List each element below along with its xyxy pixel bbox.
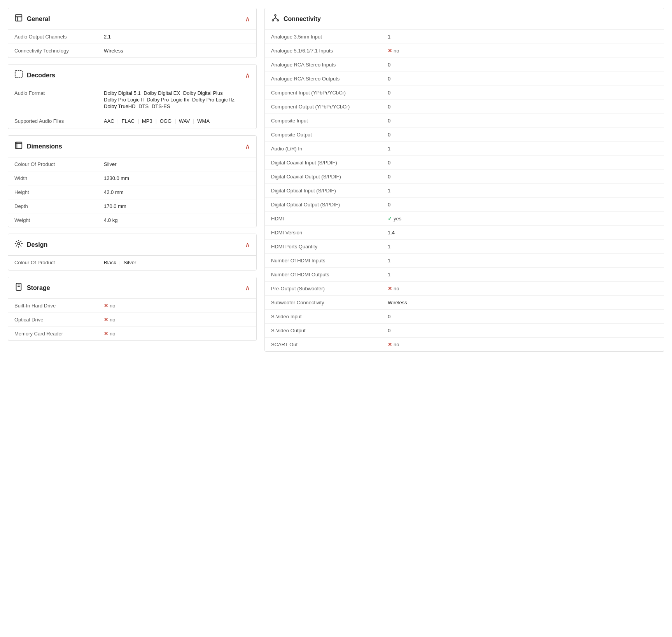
tag: Dolby TrueHD [104,103,136,109]
conn-row: S-Video Output 0 [265,324,664,338]
conn-label: HDMI Ports Quantity [271,244,388,250]
spec-value: 0 [388,104,390,110]
conn-row: S-Video Input 0 [265,310,664,324]
spec-value: 1 [388,34,390,40]
cross-icon: ✕ [388,286,392,291]
spec-value-cross: ✕no [104,331,115,337]
conn-value: ✕no [388,342,658,347]
separator: | [193,118,194,124]
conn-value: 1 [388,146,658,152]
spec-label: Weight [14,217,104,223]
svg-rect-0 [16,15,22,21]
separator: | [138,118,139,124]
pipe-item: WAV [179,118,190,124]
pipe-item: MP3 [142,118,152,124]
spec-value-cell: Dolby Digital 5.1 Dolby Digital EX Dolby… [104,90,250,110]
check-icon: ✓ [388,216,392,222]
conn-row: Digital Optical Input (S/PDIF) 1 [265,184,664,198]
storage-icon [14,283,23,293]
spec-value-cross: ✕no [388,342,399,347]
conn-label: S-Video Input [271,314,388,319]
collapse-button-design[interactable]: ∧ [245,241,250,249]
svg-point-9 [275,15,276,16]
conn-value: 0 [388,174,658,180]
spec-row: Optical Drive ✕no [8,313,256,327]
section-header-left: Storage [14,283,50,293]
tag: Dolby Digital Plus [183,90,223,96]
spec-value: 0 [388,174,390,180]
spec-value: 0 [388,132,390,138]
conn-label: Analogue 5.1/6.1/7.1 Inputs [271,48,388,54]
conn-value: 0 [388,132,658,138]
conn-value: 0 [388,118,658,124]
section-title-storage: Storage [27,284,50,291]
section-title-design: Design [27,241,47,248]
spec-row: Colour Of Product Silver [8,157,256,171]
section-dimensions: Dimensions ∧ Colour Of Product Silver Wi… [8,135,257,227]
conn-row: Digital Coaxial Input (S/PDIF) 0 [265,156,664,170]
conn-row: Component Output (YPbPr/YCbCr) 0 [265,100,664,114]
conn-label: Analogue RCA Stereo Outputs [271,76,388,82]
conn-row: Analogue 5.1/6.1/7.1 Inputs ✕no [265,44,664,58]
left-column: General ∧ Audio Output Channels 2.1 Conn… [8,8,257,352]
spec-row: Connectivity Technology Wireless [8,44,256,58]
conn-label: Analogue 3.5mm Input [271,34,388,40]
conn-label: Pre-Output (Subwoofer) [271,286,388,291]
conn-row: Pre-Output (Subwoofer) ✕no [265,282,664,296]
spec-value: 0 [388,314,390,319]
spec-row: Audio Format Dolby Digital 5.1 Dolby Dig… [8,86,256,114]
spec-value-cross: ✕no [104,303,115,309]
cross-icon: ✕ [388,48,392,54]
spec-value: 0 [388,62,390,68]
section-header-general: General ∧ [8,8,256,30]
conn-value: ✕no [388,286,658,291]
spec-value: Wireless [104,48,123,54]
svg-line-13 [273,18,275,20]
pipe-item: FLAC [122,118,135,124]
spec-value: 2.1 [104,34,111,40]
separator: | [175,118,176,124]
spec-value-cross: ✕no [388,48,399,54]
spec-value-cell: Black| Silver [104,260,250,266]
conn-label: Digital Coaxial Output (S/PDIF) [271,174,388,180]
spec-value-cell: Silver [104,161,250,167]
tag: Dolby Pro Logic II [104,97,144,103]
tag: Dolby Pro Logic IIx [147,97,189,103]
svg-point-11 [277,20,279,21]
conn-label: SCART Out [271,342,388,347]
spec-row: Colour Of Product Black| Silver [8,256,256,270]
conn-row: SCART Out ✕no [265,338,664,351]
tag: Dolby Pro Logic IIz [192,97,234,103]
collapse-button-general[interactable]: ∧ [245,15,250,23]
conn-row: HDMI Version 1.4 [265,226,664,240]
conn-value: 0 [388,328,658,333]
page-layout: General ∧ Audio Output Channels 2.1 Conn… [0,0,672,360]
conn-row: Audio (L/R) In 1 [265,142,664,156]
collapse-button-storage[interactable]: ∧ [245,284,250,292]
separator: | [117,118,119,124]
spec-value: 1.4 [388,230,395,236]
spec-label: Built-In Hard Drive [14,303,104,309]
pipe-item: AAC [104,118,114,124]
spec-label: Memory Card Reader [14,331,104,337]
pipe-item: Black [104,260,116,265]
spec-value-cell: AAC| FLAC| MP3| OGG| WAV| WMA [104,118,250,125]
conn-label: HDMI [271,216,388,222]
spec-value-cross: ✕no [388,286,399,291]
conn-row: HDMI Ports Quantity 1 [265,240,664,254]
spec-value: 4.0 kg [104,217,117,223]
spec-value: 0 [388,160,390,166]
section-title-general: General [27,16,50,23]
conn-value: 1.4 [388,230,658,236]
spec-value: Wireless [388,300,407,305]
spec-value-cell: 2.1 [104,34,250,40]
conn-value: 1 [388,244,658,250]
spec-value-check: ✓yes [388,216,401,222]
dimensions-icon [14,141,23,152]
cross-icon: ✕ [104,303,108,309]
collapse-button-decoders[interactable]: ∧ [245,71,250,80]
collapse-button-dimensions[interactable]: ∧ [245,142,250,151]
conn-row: Analogue 3.5mm Input 1 [265,30,664,44]
conn-label: Digital Coaxial Input (S/PDIF) [271,160,388,166]
spec-value: 0 [388,118,390,124]
